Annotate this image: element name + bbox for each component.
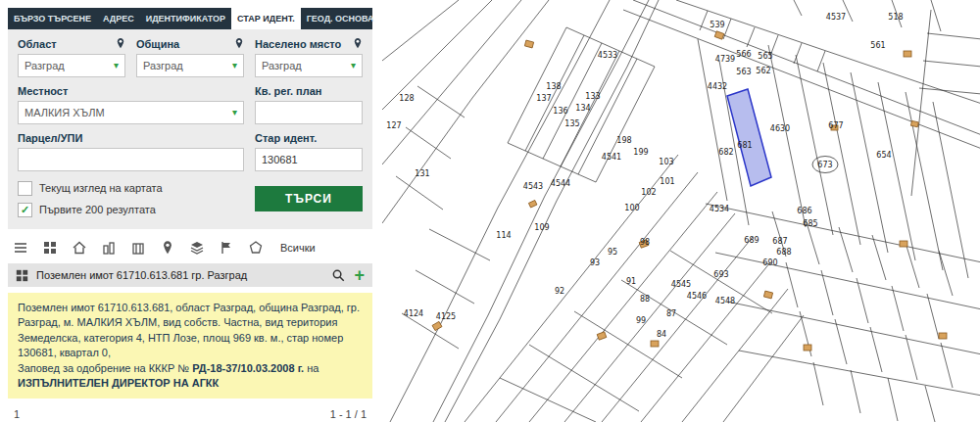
details-segment: ИЗПЪЛНИТЕЛЕН ДИРЕКТОР НА АГКК (18, 377, 219, 389)
result-row[interactable]: Поземлен имот 61710.613.681 гр. Разград … (8, 263, 372, 287)
result-details: Поземлен имот 61710.613.681, област Разг… (8, 293, 372, 399)
obshtina-select[interactable]: Разград ▾ (136, 54, 244, 77)
all-layers-link[interactable]: Всички (280, 242, 316, 254)
parcel-label: 686 (797, 207, 811, 215)
parcel-label: 138 (546, 82, 561, 91)
parcel-label: 4545 (671, 280, 691, 289)
details-segment: на (304, 362, 318, 374)
first-200-checkbox-row: ✓ Първите 200 резултата (18, 200, 244, 219)
parcel-label: 199 (633, 148, 648, 157)
tab-geodesic-basis[interactable]: ГЕОД. ОСНОВА (301, 8, 380, 29)
parcel-label: 87 (666, 309, 676, 318)
tab-old-ident[interactable]: СТАР ИДЕНТ. (231, 8, 301, 29)
search-button[interactable]: ТЪРСИ (255, 186, 363, 211)
parcel-label: 134 (575, 104, 590, 113)
current-view-checkbox[interactable] (18, 181, 32, 196)
tab-identifier[interactable]: ИДЕНТИФИКАТОР (140, 8, 231, 29)
parcel-label: 685 (803, 219, 817, 228)
location-pin-icon (116, 37, 125, 50)
page-range: 1 - 1 / 1 (330, 408, 367, 420)
parcel-upi-input[interactable] (18, 148, 244, 171)
building-icon[interactable] (129, 239, 146, 256)
parcel-label: 688 (776, 248, 791, 257)
parcel-label: 4543 (523, 182, 543, 191)
parcel-label: 198 (616, 136, 631, 145)
obshtina-label: Община (136, 38, 179, 50)
parcel-label: 92 (555, 287, 564, 296)
add-result-icon[interactable]: + (354, 266, 365, 284)
tab-address[interactable]: АДРЕС (97, 8, 140, 29)
mestnost-value: МАЛКИЯ ХЪЛМ (24, 107, 105, 118)
map-pin-icon[interactable] (159, 239, 175, 256)
details-segment: Заповед за одобрение на КККР № (18, 362, 192, 374)
parcel-label: 103 (659, 158, 673, 166)
parcel-label: 562 (756, 67, 770, 75)
kv-reg-plan-label: Кв. рег. план (255, 85, 321, 97)
star-ident-field: Стар идент. (255, 131, 363, 171)
parcel-icon (16, 269, 28, 282)
parcel-label: 93 (590, 258, 600, 267)
list-view-icon[interactable] (12, 239, 28, 256)
parcel-label: 561 (870, 41, 885, 50)
parcel-label: 4534 (710, 205, 729, 213)
search-panel: БЪРЗО ТЪРСЕНЕАДРЕСИДЕНТИФИКАТОРСТАР ИДЕН… (0, 0, 382, 422)
parcel-label: 566 (736, 50, 751, 59)
first-200-checkbox[interactable]: ✓ (18, 203, 32, 217)
parcel-label: 88 (640, 295, 650, 304)
parcel-label: 563 (736, 68, 751, 76)
parcel-label: 91 (626, 277, 636, 286)
oblast-value: Разград (24, 60, 65, 71)
parcel-label: 673 (817, 161, 832, 169)
obshtina-field: Община Разград ▾ (136, 37, 244, 77)
details-segment: РД-18-37/10.03.2008 г. (192, 362, 304, 374)
naseleno-myasto-field: Населено място Разград ▾ (255, 37, 363, 77)
chevron-down-icon: ▾ (351, 61, 356, 70)
parcel-label: 690 (762, 258, 777, 267)
parcel-label: 133 (585, 92, 600, 101)
details-segment: Поземлен имот 61710.613.681, област Разг… (18, 302, 360, 358)
parcel-label: 518 (888, 13, 903, 22)
parcel-label: 4541 (602, 153, 621, 162)
parcel-label: 4125 (436, 312, 456, 321)
chevron-down-icon: ▾ (232, 61, 237, 70)
parcel-label: 677 (828, 121, 843, 130)
result-title: Поземлен имот 61710.613.681 гр. Разград (36, 269, 323, 281)
parcel-label: 109 (534, 223, 549, 232)
tab-quick-search[interactable]: БЪРЗО ТЪРСЕНЕ (8, 8, 97, 29)
parcel-label: 99 (636, 316, 646, 325)
layers-icon[interactable] (188, 239, 205, 256)
oblast-select[interactable]: Разград ▾ (18, 54, 125, 77)
star-ident-label: Стар идент. (255, 132, 317, 144)
buildings-icon[interactable] (100, 239, 117, 256)
oblast-label: Област (18, 38, 57, 50)
parcel-label: 4630 (770, 124, 790, 133)
cadastral-map-svg[interactable]: 4537518539473956656556356256144324630677… (382, 0, 980, 422)
cadastral-map[interactable]: 4537518539473956656556356256144324630677… (382, 0, 980, 422)
zoom-to-result-icon[interactable] (331, 268, 346, 283)
naseleno-myasto-select[interactable]: Разград ▾ (255, 54, 363, 77)
mestnost-select[interactable]: МАЛКИЯ ХЪЛМ ▾ (18, 101, 244, 124)
star-ident-input[interactable] (255, 148, 363, 171)
parcel-label: 689 (744, 236, 759, 245)
home-icon[interactable] (71, 239, 87, 256)
parcel-label: 136 (553, 107, 567, 116)
kv-reg-plan-input[interactable] (255, 101, 363, 124)
tab-bar: БЪРЗО ТЪРСЕНЕАДРЕСИДЕНТИФИКАТОРСТАР ИДЕН… (8, 8, 372, 29)
naseleno-myasto-label: Населено място (255, 38, 341, 50)
grid-view-icon[interactable] (41, 239, 58, 256)
parcel-label: 682 (718, 148, 733, 157)
parcel-label: 4533 (598, 51, 617, 60)
parcel-label: 4432 (708, 82, 727, 91)
parcel-label: 4124 (404, 309, 423, 318)
pagination: 1 1 - 1 / 1 (8, 399, 372, 422)
naseleno-myasto-value: Разград (262, 60, 302, 71)
parcel-label: 135 (564, 119, 579, 128)
parcel-label: 4739 (715, 55, 735, 64)
current-page[interactable]: 1 (14, 408, 20, 420)
parcel-label: 4548 (715, 297, 735, 305)
polygon-icon[interactable] (247, 239, 264, 256)
chevron-down-icon: ▾ (114, 61, 119, 70)
search-form: Област Разград ▾ Община Разград ▾ (8, 29, 372, 229)
flag-icon[interactable] (218, 239, 234, 256)
parcel-label: 128 (399, 94, 414, 103)
